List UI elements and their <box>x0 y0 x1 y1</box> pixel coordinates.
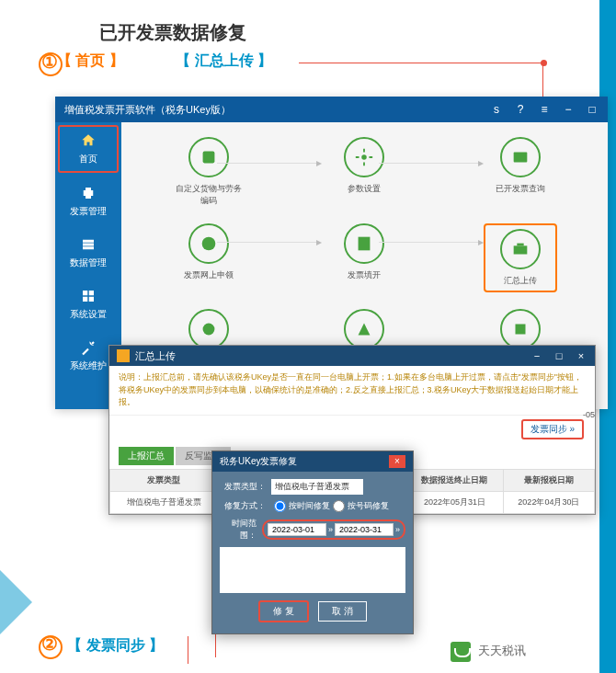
svg-point-11 <box>362 154 368 160</box>
grid-icon <box>80 288 97 304</box>
th: 发票类型 <box>110 469 218 491</box>
date-label: 时间范围： <box>220 518 257 542</box>
app-title: 增值税发票开票软件（税务UKey版） <box>64 103 479 117</box>
svg-point-17 <box>202 324 214 336</box>
sidebar-item-invoice[interactable]: 发票管理 <box>55 176 121 227</box>
tile-label: 发票网上申领 <box>184 270 234 279</box>
callout-line <box>299 63 542 63</box>
arrow-icon: ▸ <box>478 156 484 169</box>
step1-labels: 【 首页 】 【 汇总上传 】 <box>57 51 272 71</box>
svg-rect-14 <box>359 237 371 251</box>
radio-by-number[interactable] <box>333 500 345 512</box>
step1-number: ① <box>41 51 58 73</box>
svg-rect-16 <box>517 244 523 246</box>
svg-rect-6 <box>83 291 87 295</box>
tools-icon <box>80 339 97 356</box>
connector <box>379 163 482 164</box>
repair-modal: 税务UKey发票修复 × 发票类型： 增值税电子普通发票 修复方式： 按时间修复… <box>211 451 414 634</box>
modal-title: 税务UKey发票修复 <box>220 455 389 468</box>
minimize-icon[interactable]: − <box>562 103 575 116</box>
step2-label: 【 发票同步 】 <box>67 637 164 653</box>
sidebar-item-home[interactable]: 首页 <box>58 125 119 173</box>
svg-rect-7 <box>89 291 94 295</box>
printer-icon <box>80 185 97 201</box>
sidebar-item-data[interactable]: 数据管理 <box>55 227 121 279</box>
minimize-icon[interactable]: − <box>530 350 543 361</box>
radio-by-time[interactable] <box>274 500 286 512</box>
svg-rect-8 <box>83 297 87 302</box>
radio-label: 按时间修复 <box>289 500 330 512</box>
connector <box>217 163 320 164</box>
footer-text: 天天税讯 <box>478 644 526 657</box>
svg-rect-4 <box>83 244 94 246</box>
date-to-input[interactable] <box>335 523 394 536</box>
svg-rect-1 <box>86 188 91 190</box>
step2: ② 【 发票同步 】 <box>41 633 164 656</box>
radio-label: 按号码修复 <box>348 500 389 512</box>
tile-params[interactable]: 参数设置 <box>327 137 401 207</box>
maximize-icon[interactable]: □ <box>553 350 565 361</box>
data-icon <box>80 236 97 253</box>
help-icon[interactable]: ? <box>514 103 527 116</box>
th: 数据报送终止日期 <box>406 469 504 491</box>
step1-upload: 【 汇总上传 】 <box>176 52 272 68</box>
connector <box>379 242 482 243</box>
popup-titlebar: 汇总上传 − □ × <box>109 346 595 366</box>
sidebar-label: 数据管理 <box>70 257 107 268</box>
sidebar-item-settings[interactable]: 系统设置 <box>55 279 121 330</box>
repair-button[interactable]: 修 复 <box>258 600 309 622</box>
menu-icon[interactable]: ≡ <box>538 103 551 116</box>
sidebar-label: 首页 <box>79 154 97 164</box>
tile-label: 汇总上传 <box>504 276 537 285</box>
date-from-input[interactable] <box>268 523 326 536</box>
svg-rect-0 <box>84 190 94 196</box>
tile-fill[interactable]: 发票填开 <box>327 223 401 292</box>
tile-label: 发票填开 <box>348 270 381 279</box>
svg-rect-10 <box>202 152 214 164</box>
tile-custom-code[interactable]: 自定义货物与劳务编码 <box>172 137 245 207</box>
notice-text: 说明：上报汇总前，请先确认该税务UKey是否一直在同一台电脑上开票；1.如果在多… <box>109 366 595 416</box>
settings-icon[interactable]: s <box>490 103 503 116</box>
tile-apply[interactable]: 发票网上申领 <box>172 223 245 292</box>
home-icon <box>80 132 97 149</box>
arrow-icon: ▸ <box>316 156 322 169</box>
close-icon[interactable]: × <box>575 350 587 361</box>
callout-line <box>188 636 188 664</box>
result-area <box>220 547 405 593</box>
arrow-icon: ▸ <box>478 235 484 248</box>
svg-rect-18 <box>516 325 526 335</box>
close-icon[interactable]: × <box>389 455 405 468</box>
step1-home: 【 首页 】 <box>57 52 124 68</box>
step2-number: ② <box>41 633 58 654</box>
connector <box>217 242 320 243</box>
tab-report[interactable]: 上报汇总 <box>119 447 174 465</box>
th: 最新报税日期 <box>503 469 594 491</box>
tile-label: 自定义货物与劳务编码 <box>176 184 242 205</box>
arrow-icon: ▸ <box>316 235 322 248</box>
modal-titlebar: 税务UKey发票修复 × <box>212 451 413 472</box>
svg-rect-15 <box>514 245 528 254</box>
svg-rect-5 <box>83 246 94 249</box>
svg-rect-9 <box>89 297 94 302</box>
tile-query[interactable]: 已开发票查询 <box>484 137 557 207</box>
sync-button[interactable]: 发票同步 » <box>521 419 584 439</box>
page-title: 已开发票数据修复 <box>99 20 246 45</box>
app-icon <box>117 349 130 362</box>
maximize-icon[interactable]: □ <box>586 103 599 116</box>
date-range-highlight: » » <box>262 519 405 540</box>
tile-summary-upload[interactable]: 汇总上传 <box>484 223 557 292</box>
footer: 天天税讯 <box>451 642 526 662</box>
svg-rect-3 <box>83 240 94 243</box>
wechat-icon <box>451 642 471 662</box>
mode-label: 修复方式： <box>220 500 266 512</box>
tile-label: 参数设置 <box>348 184 381 193</box>
app-titlebar: 增值税发票开票软件（税务UKey版） s ? ≡ − □ <box>55 97 608 122</box>
extra-text: -05 <box>583 410 595 419</box>
sidebar-label: 发票管理 <box>70 206 107 216</box>
popup-title: 汇总上传 <box>135 349 521 363</box>
type-select[interactable]: 增值税电子普通发票 <box>271 479 363 495</box>
td: 增值税电子普通发票 <box>110 491 218 513</box>
td: 2022年04月30日 <box>503 491 594 513</box>
cancel-button[interactable]: 取 消 <box>318 601 367 622</box>
svg-rect-12 <box>514 153 528 163</box>
